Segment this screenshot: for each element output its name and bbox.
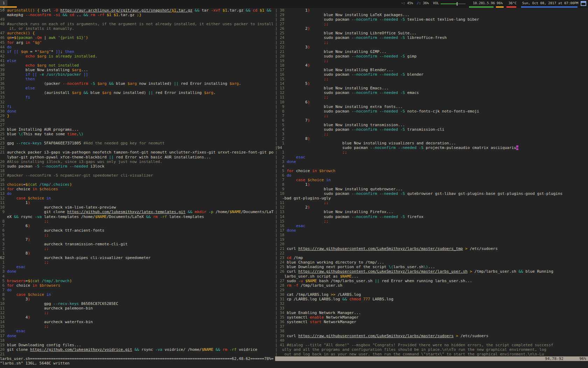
code-row: | 3 ;; — [275, 132, 588, 136]
code-row: 29 } — [0, 114, 275, 118]
cpu-temperature: 36°C — [509, 1, 517, 5]
code-row: 21 — [0, 352, 275, 356]
code-row: | 13 blue Now installing Emacs... — [275, 86, 588, 90]
window-tray-icon[interactable] — [581, 1, 586, 6]
battery-percent: 96% — [497, 1, 503, 5]
code-row: | out and log back in as your new user, … — [275, 352, 588, 356]
code-row: 11 aurcheck palemoon-bin — [0, 306, 275, 311]
code-row: 21 aurcheck packer i3-gaps vim-pathogen … — [0, 150, 275, 155]
code-row: 16 — [0, 178, 275, 182]
code-row: | 11 ;; — [275, 200, 588, 205]
code-row: | 7 ;; — [275, 114, 588, 118]
code-row: | 22 3) — [275, 45, 588, 49]
code-row: | 17 done — [275, 228, 588, 233]
code-row: | 29 blue Now installing LaTeX packages.… — [275, 13, 588, 17]
code-row: | 19 — [275, 237, 588, 242]
code-row: | 2 esac — [275, 155, 588, 159]
code-row: | 18 — [275, 233, 588, 237]
code-row: | 35 systemctl enable NetworkManager — [275, 315, 588, 320]
code-row: | 12 sudo pacman --noconfirm --needed -S… — [275, 90, 588, 95]
code-row: 17 done — [0, 334, 275, 338]
code-row: | 24 blue Changin working directory to /… — [275, 260, 588, 265]
code-row: 33 fi — [0, 95, 275, 100]
code-row: 12 case $choice in — [0, 196, 275, 200]
code-row: 13 4) — [0, 315, 275, 320]
code-row: | 11 ;; — [275, 95, 588, 100]
code-row: | 20 — [275, 242, 588, 246]
vim-editor: 50 aurinstall() { curl -O https://aur.ar… — [0, 8, 588, 368]
home-disk-usage: ~: 45% — [401, 1, 413, 5]
right-split-larbs-sh[interactable]: | 30 1)| 29 blue Now installing LaTeX pa… — [275, 8, 588, 356]
code-row: | 22 — [275, 251, 588, 255]
code-row: | 24 sudo pacman --noconfirm --needed -S… — [275, 35, 588, 40]
code-row: 32 — [0, 100, 275, 104]
statusline-inactive-left: larbs_user.sh===========================… — [0, 356, 275, 361]
workspace-tag-1[interactable]: 1 — [0, 0, 7, 6]
code-row: | 25 blue Now installing LibreOffice Sui… — [275, 31, 588, 35]
code-row: | 26 2) — [275, 26, 588, 31]
code-row: | 27 ;; — [275, 22, 588, 26]
code-row: 5 ;; — [0, 233, 275, 237]
code-row: 25 blue \(This may take some time.\) — [0, 132, 275, 136]
battery-indicator-bar — [496, 6, 504, 8]
code-row: 13 do — [0, 191, 275, 196]
code-row: 24 — [0, 136, 275, 141]
code-row: | 28 rm -f /tmp/larbs_user.sh — [275, 283, 588, 288]
code-row: | 9 blue Now installing qutebrowser... — [275, 187, 588, 191]
code-row: 48 #aurcheck runs on each of its argumen… — [0, 22, 275, 26]
code-row: 37 then — [0, 77, 275, 81]
code-row: | 25 blue Downloading next portion of th… — [275, 265, 588, 269]
code-row: 41 else — [0, 59, 275, 63]
code-row: | 7 case $choice in — [275, 178, 588, 182]
code-row: | 2 8) — [275, 136, 588, 141]
code-row: 39 blue Now installing $arg... — [0, 68, 275, 72]
code-row: | 3 done — [275, 159, 588, 164]
code-row: | 6 do — [275, 173, 588, 178]
code-row: | larbs_user.sh script as $NAME... — [275, 274, 588, 279]
code-row: | 41 #dialog --title "All done!" --msgbo… — [275, 343, 588, 347]
code-row: | 26 curl https://raw.githubusercontent.… — [275, 269, 588, 274]
code-row: | 16 sudo pacman --noconfirm --needed -S… — [275, 72, 588, 77]
code-row: 12 ;; — [0, 311, 275, 315]
code-row: 40 echo $arg not installed — [0, 63, 275, 68]
vim-message-line: "larbs.sh" 136L, 5648C written — [0, 361, 70, 366]
code-row: 7 6) — [0, 224, 275, 228]
code-row: it, or installs it manually. — [0, 26, 275, 31]
code-row: 30 done — [0, 109, 275, 114]
code-row: | 34 blue Enabling Network Manager... — [275, 311, 588, 315]
code-row: 6 aurcheck ttf-ancient-fonts — [0, 228, 275, 233]
code-row: 18 — [0, 338, 275, 343]
code-row: 3 aurcheck transmission-remote-cli-git — [0, 242, 275, 246]
left-split-larbs-user-sh[interactable]: 50 aurinstall() { curl -O https://aur.ar… — [0, 8, 275, 356]
code-row: | 6 7) — [275, 118, 588, 123]
statusline-ruler: 94,78-92 — [545, 356, 564, 361]
code-row: 62 aurcheck bash-pipes cli-visualizer sp… — [0, 255, 275, 260]
code-row: 49 — [0, 17, 275, 22]
code-row: | 38 — [275, 329, 588, 333]
code-row: 20 git clone https://github.com/lukesmit… — [0, 347, 275, 352]
code-row: 1 8) — [0, 251, 275, 255]
code-row: 38 if [[ -e /usr/bin/packer ]] — [0, 72, 275, 77]
code-row: | 23 ;; — [275, 40, 588, 45]
code-row: 1 ;; — [0, 260, 275, 265]
code-row: 17 #packer --noconfirm -S ncpamixer-git … — [0, 173, 275, 178]
volume-slider-thumb[interactable] — [457, 2, 457, 6]
code-row: 6 for choice in $browsers — [0, 283, 275, 288]
code-row: 45 for arg in "$@" — [0, 40, 275, 45]
code-row: | 10 6) — [275, 100, 588, 104]
temperature-indicator-bar — [506, 6, 516, 8]
code-row: 43 if [[ $qm = *"$arg"* ]]; then — [0, 49, 275, 54]
status-bar: 1 2 ~: 45% /: 36% VOL 10.201.5.96 96% 36… — [0, 0, 588, 8]
code-row: 8 ;; — [0, 219, 275, 224]
volume-label: VOL — [433, 1, 439, 5]
code-row: 19 blue Downloading config files... — [0, 343, 275, 347]
code-row: 27 — [0, 123, 275, 127]
code-row: 4 — [0, 274, 275, 279]
code-row: 2 esac — [0, 265, 275, 269]
code-row: 7 do — [0, 288, 275, 292]
code-row: 46 qm=$(pacman -Qm | awk '{print $1}') — [0, 35, 275, 40]
desktop: 1 2 ~: 45% /: 36% VOL 10.201.5.96 96% 36… — [0, 0, 588, 368]
code-row: | 13 blue Now installing Firefox... — [275, 210, 588, 214]
code-row: 10 aurcheck vim-live-latex-preview — [0, 205, 275, 210]
code-row: 34 (aurinstall $arg && blue $arg now ins… — [0, 90, 275, 95]
